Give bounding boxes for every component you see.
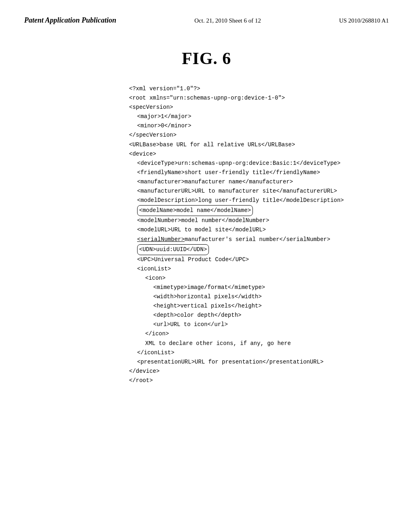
publication-number: US 2010/268810 A1 <box>339 17 389 24</box>
xml-line: <modelName>model name</modelName> <box>137 205 389 216</box>
xml-line: <depth>color depth</depth> <box>153 311 389 320</box>
xml-line: </icon> <box>145 329 389 339</box>
xml-line: <deviceType>urn:schemas-upnp-org:device:… <box>137 159 389 168</box>
xml-line: <URLBase>base URL for all relative URLs<… <box>129 140 389 150</box>
xml-line: <UDN>uuid:UUID</UDN> <box>137 244 389 255</box>
figure-title: FIG. 6 <box>24 49 389 68</box>
xml-line: <specVersion> <box>129 103 389 112</box>
annotation-arrow <box>103 250 137 250</box>
publication-date-sheet: Oct. 21, 2010 Sheet 6 of 12 <box>194 17 261 24</box>
annotation: IDENTITY INFORMATION (uuid) <box>56 242 101 259</box>
annotation-arrow <box>103 211 137 211</box>
xml-line: </iconList> <box>137 348 389 357</box>
xml-line: </specVersion> <box>129 131 389 140</box>
xml-line: </root> <box>129 376 389 385</box>
xml-line: <icon> <box>145 274 389 283</box>
xml-line: <width>horizontal pixels</width> <box>153 292 389 301</box>
publication-title: Patent Application Publication <box>24 16 116 25</box>
xml-line: <url>URL to icon</url> <box>153 320 389 329</box>
xml-line: <minor>0</minor> <box>137 121 389 131</box>
xml-line: <?xml version="1.0"?> <box>129 84 389 94</box>
xml-line: <modelURL>URL to model site</modelURL> <box>137 225 389 235</box>
xml-line: XML to declare other icons, if any, go h… <box>145 339 389 348</box>
xml-line: </device> <box>129 367 389 376</box>
xml-line: <presentationURL>URL for presentation</p… <box>137 357 389 367</box>
xml-line: <iconList> <box>137 264 389 274</box>
xml-line: <manufacturerURL>URL to manufacturer sit… <box>137 187 389 196</box>
xml-line: <manufacturer>manufacturer name</manufac… <box>137 177 389 187</box>
annotation: IDENTITY INFORMATION (model name) <box>56 201 101 218</box>
xml-line: <serialNumber>manufacturer's serial numb… <box>137 235 389 244</box>
page: Patent Application Publication Oct. 21, … <box>0 0 413 532</box>
xml-line: <mimetype>image/format</mimetype> <box>153 283 389 292</box>
page-header: Patent Application Publication Oct. 21, … <box>24 16 389 25</box>
xml-line: <height>vertical pixels</height> <box>153 301 389 311</box>
xml-line: <UPC>Universal Product Code</UPC> <box>137 255 389 264</box>
content-area: <?xml version="1.0"?><root xmlns="urn:sc… <box>56 84 389 385</box>
xml-line: <modelNumber>model number</modelNumber> <box>137 216 389 225</box>
xml-line: <friendlyName>short user-friendly title<… <box>137 168 389 177</box>
xml-line: <device> <box>129 150 389 159</box>
xml-line: <major>1</major> <box>137 112 389 121</box>
xml-content: <?xml version="1.0"?><root xmlns="urn:sc… <box>129 84 389 385</box>
xml-line: <root xmlns="urn:schemas-upnp-org:device… <box>129 94 389 103</box>
xml-line: <modelDescription>long user-friendly tit… <box>137 196 389 205</box>
